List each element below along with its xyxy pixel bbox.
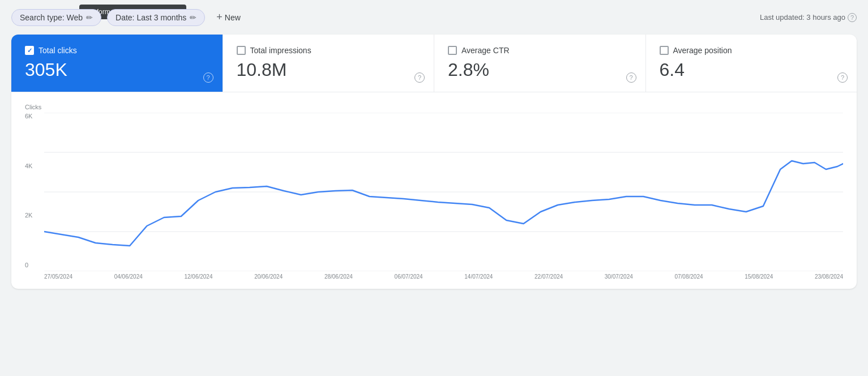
x-label-3: 20/06/2024 (254, 274, 283, 280)
metric-average-ctr[interactable]: Average CTR 2.8% ? (434, 35, 646, 92)
total-clicks-value: 305K (25, 59, 209, 80)
chart-y-axis-label: Clicks (25, 104, 843, 110)
date-label: Date: Last 3 months (116, 13, 186, 22)
average-ctr-label: Average CTR (461, 46, 510, 55)
average-position-label: Average position (673, 46, 732, 55)
x-label-1: 04/06/2024 (114, 274, 143, 280)
new-filter-button[interactable]: + New (211, 8, 246, 27)
x-label-10: 15/08/2024 (745, 274, 773, 280)
chart-with-y-axis: 6K 4K 2K 0 27/05/2 (25, 113, 843, 280)
total-impressions-checkbox[interactable] (237, 46, 246, 55)
x-label-8: 30/07/2024 (605, 274, 633, 280)
average-position-help-icon[interactable]: ? (837, 72, 848, 83)
total-impressions-label: Total impressions (250, 46, 311, 55)
average-ctr-value: 2.8% (448, 59, 632, 80)
metric-average-position[interactable]: Average position 6.4 ? (646, 35, 857, 92)
new-button-label: New (225, 13, 241, 22)
total-clicks-help-icon[interactable]: ? (203, 72, 213, 83)
x-label-9: 07/08/2024 (674, 274, 703, 280)
filters-group: Search type: Web ✏ Date: Last 3 months ✏… (11, 8, 246, 27)
metric-total-impressions[interactable]: Total impressions 10.8M ? (223, 35, 435, 92)
search-type-edit-icon: ✏ (86, 13, 93, 22)
search-type-label: Search type: Web (20, 13, 83, 22)
x-label-4: 28/06/2024 (324, 274, 353, 280)
metric-total-clicks-header: Total clicks (25, 46, 209, 55)
y-axis-labels: 6K 4K 2K 0 (25, 113, 44, 280)
x-label-5: 06/07/2024 (395, 274, 423, 280)
search-type-filter[interactable]: Search type: Web ✏ (11, 9, 101, 26)
x-label-7: 22/07/2024 (535, 274, 563, 280)
chart-area: Clicks 6K 4K 2K 0 (11, 92, 857, 289)
average-ctr-help-icon[interactable]: ? (626, 72, 636, 83)
metric-average-position-header: Average position (660, 46, 844, 55)
metric-total-impressions-header: Total impressions (237, 46, 421, 55)
metric-average-ctr-header: Average CTR (448, 46, 632, 55)
average-position-checkbox[interactable] (660, 46, 669, 55)
plus-icon: + (216, 11, 223, 23)
last-updated-text: Last updated: 3 hours ago (760, 13, 845, 22)
main-performance-card: Total clicks 305K ? Total impressions 10… (11, 35, 857, 289)
x-label-2: 12/06/2024 (184, 274, 212, 280)
last-updated-help-icon[interactable]: ? (848, 13, 857, 22)
y-label-0: 0 (25, 262, 44, 268)
total-clicks-label: Total clicks (39, 46, 77, 55)
chart-svg-container: 27/05/2024 04/06/2024 12/06/2024 20/06/2… (44, 113, 843, 280)
x-label-0: 27/05/2024 (44, 274, 72, 280)
x-label-11: 23/08/2024 (815, 274, 843, 280)
total-clicks-checkbox[interactable] (25, 46, 34, 55)
y-label-4k: 4K (25, 163, 44, 169)
total-impressions-help-icon[interactable]: ? (414, 72, 425, 83)
x-label-6: 14/07/2024 (464, 274, 493, 280)
chart-line (44, 161, 843, 246)
chart-x-labels: 27/05/2024 04/06/2024 12/06/2024 20/06/2… (44, 274, 843, 280)
date-edit-icon: ✏ (190, 13, 196, 22)
chart-svg (44, 113, 843, 271)
average-ctr-checkbox[interactable] (448, 46, 457, 55)
average-position-value: 6.4 (660, 59, 844, 80)
last-updated-info: Last updated: 3 hours ago ? (760, 13, 857, 22)
top-bar: Search type: Web ✏ Date: Last 3 months ✏… (0, 0, 868, 35)
y-label-6k: 6K (25, 113, 44, 119)
metrics-row: Total clicks 305K ? Total impressions 10… (11, 35, 857, 92)
y-label-2k: 2K (25, 212, 44, 219)
total-impressions-value: 10.8M (237, 59, 421, 80)
metric-total-clicks[interactable]: Total clicks 305K ? (11, 35, 223, 92)
date-filter[interactable]: Date: Last 3 months ✏ (107, 9, 205, 26)
